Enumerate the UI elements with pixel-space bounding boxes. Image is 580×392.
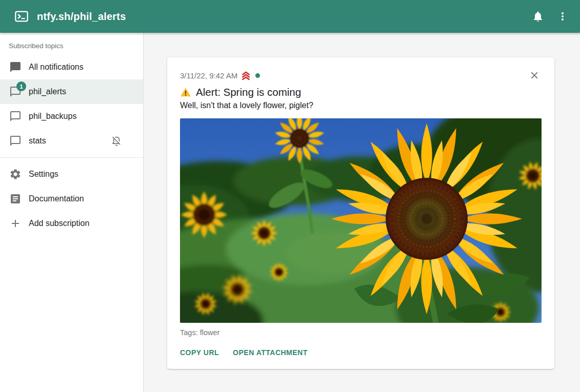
sidebar-item-label: phil_backups xyxy=(29,112,76,121)
sidebar-item-label: All notifications xyxy=(29,63,84,72)
notification-body: Well, isn't that a lovely flower, piglet… xyxy=(180,101,542,110)
copy-url-button[interactable]: COPY URL xyxy=(180,347,219,358)
notifications-bell-icon[interactable] xyxy=(528,6,548,27)
chat-bubble-outline-icon xyxy=(9,135,22,147)
close-icon[interactable] xyxy=(527,68,542,82)
notification-timestamp: 3/11/22, 9:42 AM xyxy=(180,71,237,80)
plus-icon xyxy=(9,217,22,230)
app-window: ntfy.sh/phil_alerts Subscribed topics xyxy=(0,0,580,392)
sidebar-item-add-subscription[interactable]: Add subscription xyxy=(0,211,143,236)
terminal-icon xyxy=(14,9,29,24)
chat-bubble-outline-icon xyxy=(9,110,22,122)
bell-off-icon[interactable] xyxy=(110,135,123,147)
notification-tags: Tags: flower xyxy=(180,328,542,337)
warning-triangle-icon xyxy=(180,87,191,98)
main-area: 3/11/22, 9:42 AM xyxy=(144,33,580,392)
unread-count-badge: 1 xyxy=(16,81,26,91)
sidebar-section-label: Subscribed topics xyxy=(0,42,143,55)
sidebar-item-settings[interactable]: Settings xyxy=(0,162,143,187)
open-attachment-button[interactable]: OPEN ATTACHMENT xyxy=(233,347,308,358)
notification-title: Alert: Spring is coming xyxy=(196,86,301,98)
kebab-menu-icon[interactable] xyxy=(552,6,573,27)
chat-bubble-filled-icon xyxy=(9,61,22,73)
sidebar-item-label: Settings xyxy=(29,170,58,179)
unread-dot xyxy=(255,73,260,78)
sidebar-item-phil-backups[interactable]: phil_backups xyxy=(0,104,143,129)
sidebar-item-phil-alerts[interactable]: 1 phil_alerts xyxy=(0,79,143,104)
notification-card: 3/11/22, 9:42 AM xyxy=(167,57,554,369)
article-icon xyxy=(9,193,22,205)
attachment-image[interactable] xyxy=(180,118,542,323)
sidebar-item-label: Documentation xyxy=(29,194,84,203)
sidebar-item-label: stats xyxy=(29,136,46,146)
triple-chevron-up-icon xyxy=(241,70,251,81)
chat-bubble-outline-icon: 1 xyxy=(9,86,22,98)
sidebar-item-all-notifications[interactable]: All notifications xyxy=(0,55,143,79)
sidebar-item-label: Add subscription xyxy=(29,219,89,228)
sidebar-item-documentation[interactable]: Documentation xyxy=(0,187,143,211)
sidebar-item-stats[interactable]: stats xyxy=(0,129,143,153)
app-bar: ntfy.sh/phil_alerts xyxy=(0,0,580,33)
sidebar-divider xyxy=(0,157,143,158)
sidebar: Subscribed topics All notifications 1 ph… xyxy=(0,33,144,392)
gear-icon xyxy=(9,168,22,180)
page-title: ntfy.sh/phil_alerts xyxy=(37,11,126,23)
sidebar-item-label: phil_alerts xyxy=(29,87,66,96)
